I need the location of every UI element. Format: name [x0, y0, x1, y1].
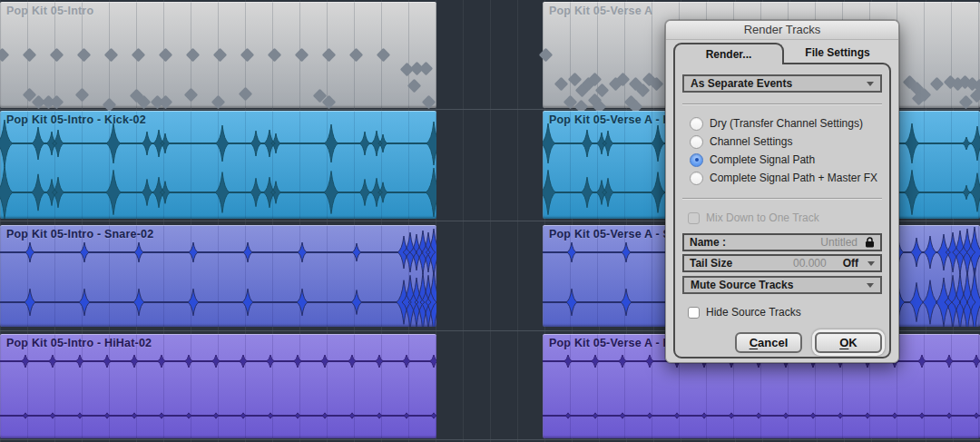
hide-source-tracks-checkbox[interactable]: Hide Source Tracks — [688, 305, 889, 319]
tail-size-field[interactable]: Tail Size 00.000 Off — [682, 254, 882, 272]
midi-note-diamond — [240, 47, 254, 62]
ok-button[interactable]: OK — [815, 332, 882, 353]
radio-icon — [690, 172, 703, 185]
midi-note-diamond — [407, 78, 421, 93]
chevron-down-icon — [867, 82, 874, 86]
midi-note-diamond — [238, 86, 252, 101]
midi-note-diamond — [158, 94, 172, 109]
midi-clip[interactable]: Pop Kit 05-Intro — [0, 2, 436, 108]
radio-label: Dry (Transfer Channel Settings) — [710, 117, 863, 130]
midi-note-diamond — [321, 47, 336, 62]
midi-note-diamond — [158, 47, 172, 62]
clip-label: Pop Kit 05-Verse A - H — [549, 337, 671, 349]
clip-label: Pop Kit 05-Intro - Snare-02 — [6, 228, 153, 241]
radio-icon — [690, 117, 703, 131]
radio-label: Complete Signal Path + Master FX — [710, 172, 877, 184]
lock-icon[interactable] — [865, 237, 875, 248]
tab-file-settings-label: File Settings — [805, 46, 869, 59]
midi-note-diamond — [185, 47, 200, 62]
midi-note-diamond — [49, 47, 64, 62]
hide-source-label: Hide Source Tracks — [706, 306, 801, 319]
render-mode-value: As Separate Events — [691, 77, 792, 90]
midi-note-diamond — [554, 76, 568, 91]
arrange-view: { "palettes": { "midi": {"top":"#d7d7d7"… — [0, 0, 980, 442]
tab-file-settings[interactable]: File Settings — [784, 43, 891, 63]
cancel-button[interactable]: Cancel — [735, 332, 802, 353]
clip-label: Pop Kit 05-Verse A - S — [549, 228, 671, 241]
radio-complete-signal-path-master-fx[interactable]: Complete Signal Path + Master FX — [675, 169, 889, 187]
radio-icon — [690, 135, 703, 149]
dialog-title-bar[interactable]: Render Tracks — [666, 21, 898, 40]
name-field[interactable]: Name : Untitled — [682, 233, 882, 251]
ok-label: OK — [839, 336, 858, 349]
tail-size-value: 00.000 — [793, 257, 827, 270]
render-tracks-dialog: Render Tracks Render... File Settings As… — [665, 20, 899, 363]
clip-label: Pop Kit 05-Intro - HiHat-02 — [6, 337, 152, 349]
midi-note-diamond — [376, 47, 390, 62]
checkbox-icon — [688, 307, 700, 319]
tab-render-label: Render... — [706, 48, 752, 61]
waveform — [0, 334, 436, 438]
chevron-down-icon — [867, 283, 874, 288]
chevron-down-icon — [867, 261, 875, 266]
radio-label: Complete Signal Path — [710, 153, 815, 166]
name-value: Untitled — [820, 236, 858, 249]
radio-icon — [690, 153, 703, 167]
midi-note-diamond — [49, 94, 64, 109]
radio-label: Channel Settings — [710, 135, 792, 148]
midi-note-diamond — [567, 72, 582, 86]
audio-clip[interactable]: Pop Kit 05-Intro - Kick-02 — [0, 111, 436, 219]
render-mode-select[interactable]: As Separate Events — [682, 74, 882, 93]
render-tab-panel: As Separate Events Dry (Transfer Channel… — [673, 63, 891, 359]
midi-note-diamond — [74, 87, 89, 102]
midi-note-diamond — [183, 87, 198, 102]
separator — [682, 103, 882, 104]
midi-note-diamond — [212, 47, 227, 62]
checkbox-icon — [688, 212, 700, 224]
separator — [682, 198, 882, 199]
name-label: Name : — [690, 236, 726, 249]
audio-clip[interactable]: Pop Kit 05-Intro - Snare-02 — [0, 225, 436, 327]
midi-note-diamond — [76, 47, 91, 62]
dialog-tabstrip: Render... File Settings — [673, 43, 891, 63]
midi-note-diamond — [0, 47, 9, 62]
cancel-label: Cancel — [750, 336, 789, 349]
dialog-buttons: Cancel OK — [682, 332, 882, 353]
mix-down-label: Mix Down to One Track — [706, 211, 819, 224]
audio-clip[interactable]: Pop Kit 05-Intro - HiHat-02 — [0, 334, 436, 438]
midi-note-diamond — [211, 94, 225, 109]
midi-note-diamond — [103, 47, 118, 62]
signal-path-options: Dry (Transfer Channel Settings) Channel … — [675, 114, 889, 187]
midi-note-diamond — [418, 61, 433, 75]
tail-size-label: Tail Size — [690, 257, 732, 270]
midi-note-diamond — [294, 47, 309, 62]
waveform — [0, 111, 436, 219]
midi-note-diamond — [421, 94, 436, 109]
radio-channel-settings[interactable]: Channel Settings — [675, 133, 889, 151]
midi-note-diamond — [267, 47, 281, 62]
mute-source-value: Mute Source Tracks — [691, 279, 793, 291]
radio-dry[interactable]: Dry (Transfer Channel Settings) — [675, 114, 889, 133]
clip-label: Pop Kit 05-Verse A — [549, 5, 652, 17]
midi-note-diamond — [131, 47, 145, 62]
clip-label: Pop Kit 05-Intro — [6, 5, 93, 17]
radio-complete-signal-path[interactable]: Complete Signal Path — [675, 151, 889, 169]
tab-render[interactable]: Render... — [673, 43, 784, 64]
midi-note-diamond — [929, 76, 944, 91]
midi-note-diamond — [22, 47, 36, 62]
mute-source-tracks-select[interactable]: Mute Source Tracks — [682, 276, 882, 294]
mix-down-checkbox[interactable]: Mix Down to One Track — [688, 211, 889, 225]
dialog-title: Render Tracks — [744, 23, 821, 36]
clip-label: Pop Kit 05-Intro - Kick-02 — [6, 113, 146, 126]
tail-size-mode: Off — [843, 257, 858, 270]
clip-label: Pop Kit 05-Verse A - K — [549, 113, 671, 126]
midi-note-diamond — [348, 47, 363, 62]
track-row-separator — [0, 439, 980, 440]
